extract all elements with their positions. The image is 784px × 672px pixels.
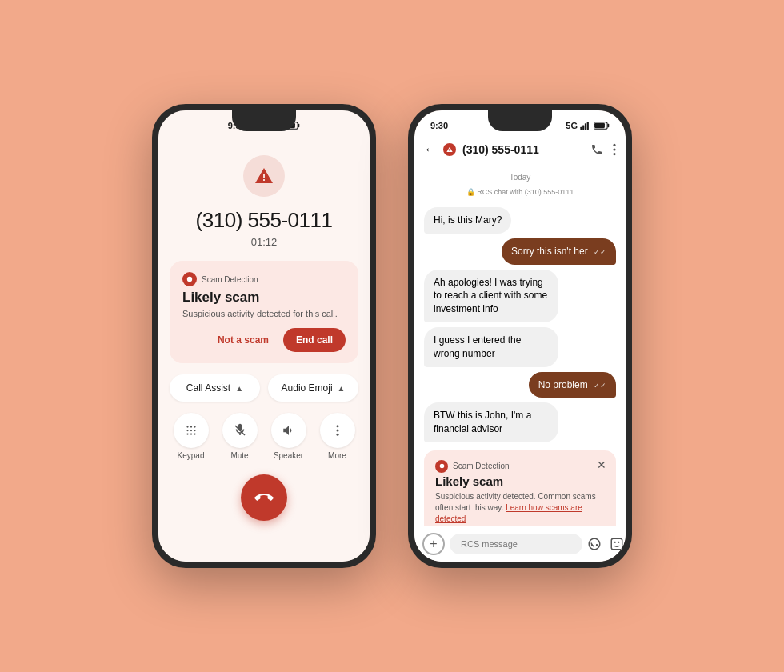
scam-title: Likely scam: [182, 290, 346, 306]
call-phone-number: (310) 555-0111: [196, 208, 333, 233]
header-icons: [590, 143, 616, 156]
speaker-action: Speaker: [271, 413, 306, 460]
list-item: BTW this is John, I'm a financial adviso…: [424, 402, 558, 442]
speaker-label: Speaker: [274, 451, 303, 460]
close-icon[interactable]: ✕: [597, 458, 606, 471]
keypad-button[interactable]: [174, 413, 209, 448]
svg-rect-3: [278, 122, 279, 130]
svg-point-16: [194, 433, 195, 434]
chevron-up-icon-2: ▲: [338, 384, 346, 393]
message-input[interactable]: [450, 534, 582, 554]
more-label: More: [328, 451, 346, 460]
more-vert-icon[interactable]: [613, 143, 616, 156]
assist-row: Call Assist ▲ Audio Emoji ▲: [170, 374, 358, 402]
mute-button[interactable]: [222, 413, 258, 448]
svg-point-10: [194, 426, 195, 427]
speaker-button[interactable]: [271, 413, 306, 448]
status-bar-msg: 9:30 5G: [414, 110, 626, 136]
signal-call: 5G: [257, 121, 269, 130]
header-phone-number: (310) 555-0111: [462, 143, 584, 156]
svg-rect-21: [580, 127, 582, 130]
exclamation-icon: [446, 146, 453, 153]
audio-emoji-label: Audio Emoji: [282, 382, 333, 394]
message-text: Ah apologies! I was trying to reach a cl…: [434, 277, 547, 315]
signal-bars-msg-icon: [580, 122, 591, 130]
warning-triangle-icon: [254, 166, 274, 186]
chevron-up-icon: ▲: [235, 384, 243, 393]
time-msg: 9:30: [430, 121, 448, 130]
svg-rect-24: [587, 122, 589, 130]
message-text: No problem: [538, 379, 588, 390]
svg-point-20: [336, 434, 338, 436]
scam-detection-card: Scam Detection Likely scam Suspicious ac…: [170, 261, 358, 363]
svg-rect-2: [275, 123, 277, 130]
record-msg-icon: [439, 463, 445, 469]
svg-point-28: [613, 144, 615, 146]
signal-msg: 5G: [566, 121, 578, 130]
svg-point-29: [613, 148, 615, 150]
message-text: Hi, is this Mary?: [434, 214, 502, 226]
svg-rect-5: [298, 124, 300, 127]
msg-scam-detection-card: ✕ Scam Detection Likely scam Suspicious …: [424, 450, 616, 526]
scam-description: Suspicious activity detected for this ca…: [182, 309, 346, 318]
message-tick: ✓✓: [594, 248, 606, 256]
msg-scam-description: Suspicious activity detected. Common sca…: [435, 491, 605, 525]
msg-scam-dot-icon: [435, 460, 448, 473]
end-call-button[interactable]: End call: [283, 328, 346, 352]
mute-label: Mute: [230, 451, 248, 460]
scam-dot-icon: [182, 272, 197, 286]
keypad-icon: [184, 423, 198, 438]
battery-icon: [284, 122, 300, 130]
sticker-icon[interactable]: [610, 537, 624, 551]
call-timer: 01:12: [251, 236, 278, 248]
not-a-scam-button[interactable]: Not a scam: [211, 330, 275, 350]
list-item: Hi, is this Mary?: [424, 207, 511, 234]
more-action: More: [320, 413, 355, 460]
svg-rect-6: [285, 123, 295, 128]
keypad-action: Keypad: [174, 413, 209, 460]
date-label: Today: [424, 173, 616, 182]
back-arrow-icon[interactable]: ←: [424, 142, 437, 157]
msg-scam-title: Likely scam: [435, 474, 605, 488]
svg-rect-0: [271, 127, 273, 130]
audio-emoji-button[interactable]: Audio Emoji ▲: [268, 374, 358, 402]
scam-detection-label: Scam Detection: [202, 275, 258, 284]
svg-point-14: [186, 433, 188, 434]
call-assist-label: Call Assist: [186, 382, 230, 394]
message-body: Today 🔒 RCS chat with (310) 555-0111 Hi,…: [414, 163, 626, 526]
call-icon[interactable]: [590, 143, 603, 156]
end-call-fab[interactable]: [241, 474, 287, 521]
rcs-label: 🔒 RCS chat with (310) 555-0111: [424, 188, 616, 196]
mute-action: Mute: [222, 413, 258, 460]
call-assist-button[interactable]: Call Assist ▲: [170, 374, 260, 402]
emoji-icon[interactable]: [587, 537, 602, 551]
phone-call-screen: 9:30 5G (310) 555-0111 01:12: [152, 104, 376, 568]
svg-point-9: [190, 426, 191, 427]
call-status-icon: [249, 122, 257, 130]
record-icon: [186, 276, 193, 282]
svg-rect-32: [611, 538, 622, 550]
message-text: I guess I entered the wrong number: [434, 334, 521, 359]
message-text: BTW this is John, I'm a financial adviso…: [434, 410, 531, 434]
svg-point-13: [194, 430, 195, 431]
time-call: 9:30: [228, 121, 246, 130]
message-tick-2: ✓✓: [594, 382, 606, 390]
battery-msg-icon: [594, 122, 610, 130]
status-bar-call: 9:30 5G: [212, 110, 317, 136]
svg-point-12: [190, 430, 191, 431]
svg-point-34: [618, 542, 619, 543]
svg-point-8: [186, 426, 188, 427]
add-button[interactable]: +: [422, 533, 445, 555]
keypad-label: Keypad: [178, 451, 205, 460]
mute-icon: [233, 423, 247, 438]
svg-point-15: [190, 433, 191, 434]
end-call-icon: [254, 488, 274, 507]
svg-rect-26: [608, 124, 610, 127]
svg-point-11: [186, 430, 188, 431]
call-actions-row: Keypad Mute: [158, 402, 370, 460]
phone-messages-screen: 9:30 5G ← (310) 555-0111: [408, 104, 632, 568]
scam-warning-icon: [243, 155, 285, 197]
msg-scam-detection-label: Scam Detection: [453, 462, 510, 470]
svg-point-7: [187, 277, 192, 282]
more-button[interactable]: [320, 413, 355, 448]
